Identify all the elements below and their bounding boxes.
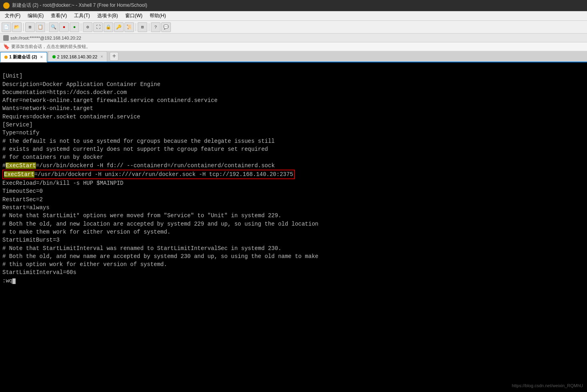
terminal-line: Description=Docker Application Container… — [2, 80, 585, 88]
tb-new[interactable]: 📄 — [2, 22, 11, 32]
tab-dot — [4, 56, 8, 59]
terminal-line: Restart=always — [2, 204, 585, 212]
terminal-line: StartLimitBurst=3 — [2, 236, 585, 244]
terminal[interactable]: [Unit]Description=Docker Application Con… — [0, 62, 587, 392]
tb-lock[interactable]: 🔒 — [104, 22, 113, 32]
tab-bar: 1 新建会话 (2)×2 192.168.140.30:22×+ — [0, 51, 587, 62]
tb-sep5 — [149, 23, 149, 31]
session-icon — [3, 35, 9, 41]
tab-dot — [52, 55, 56, 58]
terminal-line: #ExecStart=/usr/bin/dockerd -H fd:// --c… — [2, 162, 585, 170]
tb-sep3 — [81, 23, 81, 31]
tb-paste[interactable]: 📋 — [36, 22, 45, 32]
terminal-line: # Note that StartLimit* options were mov… — [2, 212, 585, 220]
terminal-line: # this option work for either version of… — [2, 260, 585, 268]
tb-search[interactable]: 🔍 — [49, 22, 58, 32]
menu-item[interactable]: 文件(F) — [2, 12, 24, 20]
menu-item[interactable]: 查看(V) — [48, 12, 70, 20]
tb-sep4 — [136, 23, 136, 31]
menu-bar: 文件(F)编辑(E)查看(V)工具(T)选项卡(B)窗口(W)帮助(H) — [0, 11, 587, 21]
tb-help[interactable]: ? — [151, 22, 160, 32]
tab-label: 1 新建会话 (2) — [9, 54, 37, 60]
terminal-line: Documentation=https://docs.docker.com — [2, 88, 585, 96]
tb-info[interactable]: 💬 — [161, 22, 171, 32]
tb-settings[interactable]: ⚙ — [83, 22, 92, 32]
tb-script[interactable]: 📜 — [124, 22, 134, 32]
terminal-line: # for containers run by docker — [2, 153, 585, 161]
highlight-text: ExecStart — [6, 162, 36, 169]
menu-item[interactable]: 工具(T) — [71, 12, 93, 20]
menu-item[interactable]: 选项卡(B) — [94, 12, 121, 20]
terminal-line: After=network-online.target firewalld.se… — [2, 96, 585, 104]
terminal-line: :wq — [2, 277, 585, 285]
tb-grid[interactable]: ⊞ — [138, 22, 147, 32]
terminal-line: ExecStart=/usr/bin/dockerd -H unix:///va… — [2, 170, 585, 179]
terminal-line: # Both the old, and new name are accepte… — [2, 252, 585, 260]
terminal-line: [Unit] — [2, 72, 585, 80]
menu-item[interactable]: 帮助(H) — [146, 12, 169, 20]
terminal-line: # Note that StartLimitInterval was renam… — [2, 244, 585, 252]
tb-folder[interactable]: 📂 — [12, 22, 22, 32]
toolbar: 📄 📂 ⊞ 📋 🔍 ● ● ⚙ ⛶ 🔒 🔑 📜 ⊞ ? 💬 — [0, 21, 587, 34]
terminal-line: Type=notify — [2, 129, 585, 137]
terminal-line: TimeoutSec=0 — [2, 187, 585, 195]
hint-bar: 🔖 要添加当前会话，点击左侧的箭头按钮。 — [0, 42, 587, 51]
hint-icon: 🔖 — [3, 44, 10, 50]
tab-close-btn[interactable]: × — [100, 54, 103, 59]
terminal-line: Requires=docker.socket containerd.servic… — [2, 113, 585, 121]
terminal-line: # to make them work for either version o… — [2, 228, 585, 236]
menu-item[interactable]: 窗口(W) — [122, 12, 146, 20]
watermark: https://blog.csdn.net/weixin_RQMhU — [512, 383, 583, 388]
terminal-line: # Both the old, and new location are acc… — [2, 220, 585, 228]
tb-green[interactable]: ● — [70, 22, 79, 32]
terminal-line: ExecReload=/bin/kill -s HUP $MAINPID — [2, 179, 585, 187]
menu-item[interactable]: 编辑(E) — [24, 12, 47, 20]
tb-copy[interactable]: ⊞ — [25, 22, 35, 32]
tb-key[interactable]: 🔑 — [114, 22, 124, 32]
exec-start-redbox: ExecStart=/usr/bin/dockerd -H unix:///va… — [2, 170, 295, 179]
tab-1[interactable]: 1 新建会话 (2)× — [0, 52, 47, 62]
title-text: 新建会话 (2) - root@docker:~ - Xshell 7 (Fre… — [12, 2, 147, 9]
title-bar: 新建会话 (2) - root@docker:~ - Xshell 7 (Fre… — [0, 0, 587, 11]
cursor — [12, 278, 16, 284]
tb-color[interactable]: ● — [59, 22, 69, 32]
tb-expand[interactable]: ⛶ — [93, 22, 103, 32]
app-icon — [3, 2, 10, 9]
highlight-text: ExecStart — [4, 171, 34, 178]
tb-sep2 — [47, 23, 47, 31]
terminal-line: StartLimitInterval=60s — [2, 268, 585, 276]
session-text: ssh://root:******@192.168.140.20:22 — [10, 36, 81, 40]
session-bar: ssh://root:******@192.168.140.20:22 — [0, 34, 587, 42]
hint-text: 要添加当前会话，点击左侧的箭头按钮。 — [11, 44, 90, 50]
tb-sep1 — [23, 23, 24, 31]
terminal-line: # the default is not to use systemd for … — [2, 137, 585, 145]
tab-label: 2 192.168.140.30:22 — [57, 54, 98, 59]
terminal-line: # exists and systemd currently does not … — [2, 145, 585, 153]
add-tab-button[interactable]: + — [110, 52, 118, 61]
terminal-line: [Service] — [2, 121, 585, 129]
terminal-line: RestartSec=2 — [2, 196, 585, 204]
tab-2[interactable]: 2 192.168.140.30:22× — [48, 51, 108, 62]
tab-close-btn[interactable]: × — [40, 55, 43, 59]
terminal-line: Wants=network-online.target — [2, 104, 585, 112]
